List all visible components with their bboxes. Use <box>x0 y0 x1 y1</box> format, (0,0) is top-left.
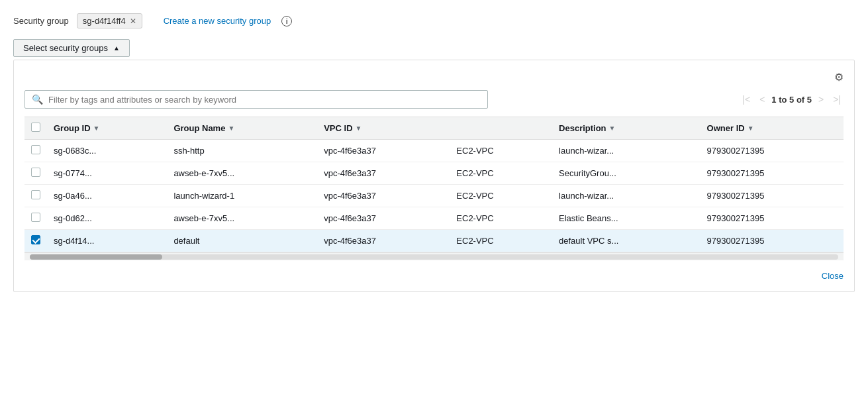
row-checkbox-cell[interactable] <box>24 230 47 252</box>
row-extra: EC2-VPC <box>450 140 552 162</box>
row-group-id: sg-0d62... <box>47 207 167 230</box>
horizontal-scrollbar[interactable] <box>24 252 844 260</box>
row-group-id: sg-0a46... <box>47 185 167 207</box>
last-page-button[interactable]: >| <box>830 93 844 106</box>
sort-description-icon: ▼ <box>609 125 616 132</box>
row-extra: EC2-VPC <box>450 207 552 230</box>
row-owner-id: 979300271395 <box>700 162 844 185</box>
row-checkbox[interactable] <box>31 168 40 177</box>
chevron-up-icon: ▲ <box>113 44 120 52</box>
sort-vpc-id-icon: ▼ <box>356 125 362 132</box>
selected-tag-badge[interactable]: sg-d4f14ff4 ✕ <box>77 13 142 28</box>
security-group-label: Security group <box>13 16 69 26</box>
table-toolbar: 🔍 |< < 1 to 5 of 5 > >| <box>24 90 844 109</box>
row-checkbox[interactable] <box>31 213 40 222</box>
th-group-id-label: Group ID <box>54 123 91 133</box>
row-vpc-id: vpc-4f6e3a37 <box>317 230 450 252</box>
th-group-name-label: Group Name <box>173 123 225 133</box>
row-group-name: awseb-e-7xv5... <box>167 162 317 185</box>
row-extra: EC2-VPC <box>450 230 552 252</box>
row-description: launch-wizar... <box>552 185 700 207</box>
next-page-button[interactable]: > <box>816 93 826 106</box>
row-description: default VPC s... <box>552 230 700 252</box>
th-group-id[interactable]: Group ID ▼ <box>47 117 167 140</box>
pagination-text: 1 to 5 of 5 <box>771 95 812 105</box>
search-icon: 🔍 <box>32 94 43 105</box>
row-checkbox-cell[interactable] <box>24 162 47 185</box>
select-all-checkbox[interactable] <box>31 123 40 132</box>
th-description[interactable]: Description ▼ <box>552 117 700 140</box>
th-group-name[interactable]: Group Name ▼ <box>167 117 317 140</box>
row-owner-id: 979300271395 <box>700 185 844 207</box>
th-extra <box>450 117 552 140</box>
row-group-name: ssh-http <box>167 140 317 162</box>
sort-group-name-icon: ▼ <box>228 125 234 132</box>
security-groups-panel: ⚙ 🔍 |< < 1 to 5 of 5 > >| Gr <box>13 60 855 292</box>
row-group-name: launch-wizard-1 <box>167 185 317 207</box>
prev-page-button[interactable]: < <box>757 93 767 106</box>
table-row[interactable]: sg-d4f14... default vpc-4f6e3a37 EC2-VPC… <box>24 230 844 252</box>
row-group-id: sg-0774... <box>47 162 167 185</box>
row-owner-id: 979300271395 <box>700 207 844 230</box>
table-row[interactable]: sg-0774... awseb-e-7xv5... vpc-4f6e3a37 … <box>24 162 844 185</box>
th-owner-id-label: Owner ID <box>707 123 745 133</box>
table-row[interactable]: sg-0a46... launch-wizard-1 vpc-4f6e3a37 … <box>24 185 844 207</box>
row-checkbox-cell[interactable] <box>24 207 47 230</box>
search-bar[interactable]: 🔍 <box>24 90 488 109</box>
tag-badge-text: sg-d4f14ff4 <box>83 16 126 26</box>
row-checkbox[interactable] <box>31 235 40 244</box>
panel-footer: Close <box>24 271 844 281</box>
row-checkbox[interactable] <box>31 190 40 199</box>
row-extra: EC2-VPC <box>450 185 552 207</box>
row-vpc-id: vpc-4f6e3a37 <box>317 162 450 185</box>
table-wrapper: Group ID ▼ Group Name ▼ VPC ID ▼ <box>24 117 844 252</box>
select-security-groups-button[interactable]: Select security groups ▲ <box>13 39 130 57</box>
gear-icon[interactable]: ⚙ <box>834 71 844 83</box>
first-page-button[interactable]: |< <box>740 93 753 106</box>
select-all-header[interactable] <box>24 117 47 140</box>
row-description: SecurityGrou... <box>552 162 700 185</box>
pagination-controls: |< < 1 to 5 of 5 > >| <box>740 93 844 106</box>
select-btn-label: Select security groups <box>23 43 108 53</box>
row-group-name: default <box>167 230 317 252</box>
row-owner-id: 979300271395 <box>700 230 844 252</box>
th-vpc-id[interactable]: VPC ID ▼ <box>317 117 450 140</box>
table-row[interactable]: sg-0683c... ssh-http vpc-4f6e3a37 EC2-VP… <box>24 140 844 162</box>
table-row[interactable]: sg-0d62... awseb-e-7xv5... vpc-4f6e3a37 … <box>24 207 844 230</box>
row-checkbox-cell[interactable] <box>24 140 47 162</box>
tag-remove-icon[interactable]: ✕ <box>130 17 136 25</box>
close-button[interactable]: Close <box>822 271 844 281</box>
sort-owner-id-icon: ▼ <box>747 125 754 132</box>
row-owner-id: 979300271395 <box>700 140 844 162</box>
row-vpc-id: vpc-4f6e3a37 <box>317 207 450 230</box>
search-input[interactable] <box>48 95 481 105</box>
row-group-id: sg-0683c... <box>47 140 167 162</box>
row-extra: EC2-VPC <box>450 162 552 185</box>
sort-group-id-icon: ▼ <box>93 125 100 132</box>
th-vpc-id-label: VPC ID <box>324 123 352 133</box>
row-description: Elastic Beans... <box>552 207 700 230</box>
row-group-id: sg-d4f14... <box>47 230 167 252</box>
security-groups-table: Group ID ▼ Group Name ▼ VPC ID ▼ <box>24 117 844 252</box>
row-vpc-id: vpc-4f6e3a37 <box>317 140 450 162</box>
row-checkbox-cell[interactable] <box>24 185 47 207</box>
row-checkbox[interactable] <box>31 145 40 154</box>
th-owner-id[interactable]: Owner ID ▼ <box>700 117 844 140</box>
row-group-name: awseb-e-7xv5... <box>167 207 317 230</box>
row-vpc-id: vpc-4f6e3a37 <box>317 185 450 207</box>
info-icon[interactable]: i <box>281 16 292 26</box>
row-description: launch-wizar... <box>552 140 700 162</box>
table-header-row: Group ID ▼ Group Name ▼ VPC ID ▼ <box>24 117 844 140</box>
create-security-group-link[interactable]: Create a new security group <box>164 16 271 26</box>
th-description-label: Description <box>559 123 606 133</box>
